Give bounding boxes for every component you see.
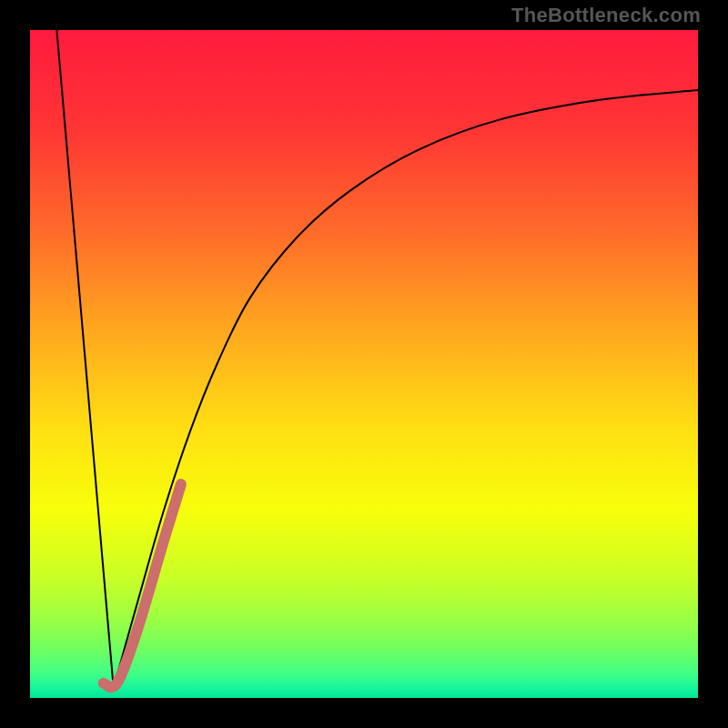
chart-svg — [30, 30, 698, 698]
chart-frame: TheBottleneck.com — [0, 0, 728, 728]
chart-plot-area — [30, 30, 698, 698]
chart-background-gradient — [30, 30, 698, 698]
watermark-text: TheBottleneck.com — [511, 4, 701, 27]
